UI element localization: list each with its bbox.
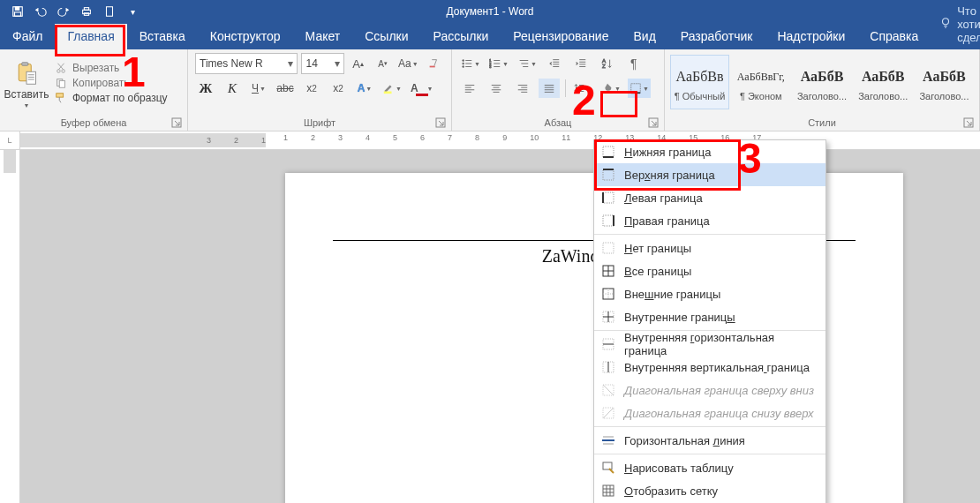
- decrease-indent-button[interactable]: [544, 54, 565, 73]
- tab-addins[interactable]: Надстройки: [765, 24, 857, 49]
- shrink-font-button[interactable]: A▾: [373, 54, 394, 73]
- superscript-button[interactable]: x2: [328, 79, 349, 98]
- ruler-tick: 7: [448, 133, 452, 142]
- font-color-button[interactable]: A▼: [409, 79, 435, 98]
- style-item[interactable]: АаБбВвГг,¶ Эконом: [731, 55, 790, 109]
- bullets-button[interactable]: ▼: [459, 54, 482, 73]
- tab-help[interactable]: Справка: [857, 24, 931, 49]
- subscript-button[interactable]: x2: [301, 79, 322, 98]
- tab-layout[interactable]: Макет: [293, 24, 353, 49]
- paste-button[interactable]: Вставить ▼: [4, 53, 49, 115]
- quick-print-icon[interactable]: [79, 4, 94, 19]
- tab-file[interactable]: Файл: [0, 24, 55, 49]
- dialog-launcher-icon[interactable]: [171, 116, 182, 127]
- page-canvas[interactable]: ZaWindows.ru: [20, 150, 980, 503]
- svg-text:Z: Z: [602, 63, 606, 69]
- styles-gallery[interactable]: АаБбВв¶ Обычный АаБбВвГг,¶ Эконом АаБбВЗ…: [670, 53, 976, 111]
- shading-button[interactable]: ▼: [599, 79, 622, 98]
- tab-developer[interactable]: Разработчик: [668, 24, 765, 49]
- group-font-label: Шрифт: [192, 115, 448, 131]
- menu-all-borders[interactable]: Все границы: [594, 259, 825, 282]
- dialog-launcher-icon[interactable]: [963, 116, 974, 127]
- menu-draw-table[interactable]: Нарисовать таблицу: [594, 456, 825, 479]
- tell-me-search[interactable]: Что вы хотите сделать?: [931, 0, 980, 49]
- menu-bottom-border[interactable]: Нижняя граница: [594, 140, 825, 163]
- cut-button[interactable]: Вырезать: [55, 62, 168, 74]
- multilevel-list-button[interactable]: ▼: [516, 54, 539, 73]
- menu-right-border[interactable]: Правая граница: [594, 209, 825, 232]
- tab-insert[interactable]: Вставка: [127, 24, 198, 49]
- font-size-combo[interactable]: 14▾: [301, 53, 343, 74]
- bold-button[interactable]: Ж: [195, 79, 216, 98]
- menu-no-border[interactable]: Нет границы: [594, 236, 825, 259]
- quick-access-toolbar: ▾: [0, 4, 150, 19]
- font-name-combo[interactable]: Times New R▾: [195, 53, 298, 74]
- menu-view-gridlines[interactable]: Отобразить сетку: [594, 479, 825, 502]
- undo-icon[interactable]: [34, 4, 48, 19]
- svg-rect-17: [384, 92, 392, 94]
- menu-outside-borders[interactable]: Внешние границы: [594, 282, 825, 305]
- align-left-button[interactable]: [459, 79, 480, 98]
- svg-rect-43: [603, 462, 612, 469]
- svg-point-12: [62, 70, 65, 73]
- increase-indent-button[interactable]: [570, 54, 592, 73]
- tab-references[interactable]: Ссылки: [352, 24, 420, 49]
- change-case-button[interactable]: Aa▼: [397, 54, 420, 73]
- menu-left-border[interactable]: Левая граница: [594, 186, 825, 209]
- show-marks-button[interactable]: ¶: [623, 54, 645, 73]
- highlight-button[interactable]: ▼: [381, 79, 403, 98]
- dialog-launcher-icon[interactable]: [648, 116, 659, 127]
- vertical-ruler[interactable]: [0, 150, 20, 503]
- menu-diag-up-border: Диагональная граница снизу вверх: [594, 402, 825, 424]
- style-item[interactable]: АаБбВЗаголово...: [854, 55, 913, 109]
- menu-horizontal-line[interactable]: Горизонтальная линия: [594, 429, 825, 452]
- ruler-tick: 11: [562, 133, 570, 142]
- ruler-tick: 8: [475, 133, 479, 142]
- ruler-tick: 5: [393, 133, 397, 142]
- style-item[interactable]: АаБбВЗаголово...: [915, 55, 974, 109]
- dialog-launcher-icon[interactable]: [435, 116, 446, 127]
- text-effects-button[interactable]: A▼: [354, 79, 375, 98]
- group-clipboard-label: Буфер обмена: [4, 115, 184, 131]
- format-painter-button[interactable]: Формат по образцу: [55, 92, 168, 104]
- ruler-tick: 10: [530, 133, 539, 142]
- ruler-tick: 3: [338, 133, 343, 142]
- svg-point-19: [463, 60, 464, 62]
- menu-top-border[interactable]: Верхняя граница: [594, 163, 825, 186]
- grow-font-button[interactable]: A▴: [348, 54, 369, 73]
- redo-icon[interactable]: [57, 4, 71, 19]
- qat-customize-icon[interactable]: ▾: [125, 4, 139, 19]
- style-item[interactable]: АаБбВв¶ Обычный: [670, 55, 729, 109]
- copy-button[interactable]: Копировать: [55, 77, 168, 89]
- ruler-tick: 9: [502, 133, 507, 142]
- tab-design[interactable]: Конструктор: [198, 24, 293, 49]
- tab-view[interactable]: Вид: [621, 24, 667, 49]
- ribbon-tabs: Файл Главная Вставка Конструктор Макет С…: [0, 23, 980, 49]
- window-title: Документ1 - Word: [446, 5, 533, 18]
- justify-button[interactable]: [539, 79, 560, 98]
- align-right-button[interactable]: [512, 79, 533, 98]
- clear-formatting-button[interactable]: [423, 54, 444, 73]
- menu-inside-v-border[interactable]: Внутренняя вертикальная граница: [594, 356, 825, 379]
- paste-label: Вставить: [4, 88, 49, 101]
- horizontal-ruler[interactable]: L 3 2 1 1 2 3 4 5 6 7 8 9 10 11 12 13 14: [0, 131, 980, 150]
- tab-review[interactable]: Рецензирование: [501, 24, 621, 49]
- tab-home[interactable]: Главная: [55, 24, 126, 49]
- style-item[interactable]: АаБбВЗаголово...: [792, 55, 851, 109]
- new-doc-icon[interactable]: [102, 4, 117, 19]
- svg-rect-6: [107, 7, 113, 17]
- save-icon[interactable]: [11, 4, 25, 19]
- strikethrough-button[interactable]: abc: [275, 79, 296, 98]
- group-paragraph: ▼ 123▼ ▼ AZ ¶ ▼ ▼ ▼ Абзац: [452, 49, 665, 131]
- tab-mailings[interactable]: Рассылки: [421, 24, 501, 49]
- line-spacing-button[interactable]: ▼: [571, 79, 594, 98]
- menu-inside-h-border[interactable]: Внутренняя горизонтальная граница: [594, 333, 825, 356]
- numbering-button[interactable]: 123▼: [487, 54, 510, 73]
- tab-selector[interactable]: L: [0, 131, 20, 149]
- underline-button[interactable]: Ч▼: [248, 79, 269, 98]
- align-center-button[interactable]: [486, 79, 507, 98]
- borders-button[interactable]: ▼: [628, 79, 651, 98]
- sort-button[interactable]: AZ: [597, 54, 618, 73]
- italic-button[interactable]: К: [222, 79, 243, 98]
- menu-inside-borders[interactable]: Внутренние границы: [594, 305, 825, 328]
